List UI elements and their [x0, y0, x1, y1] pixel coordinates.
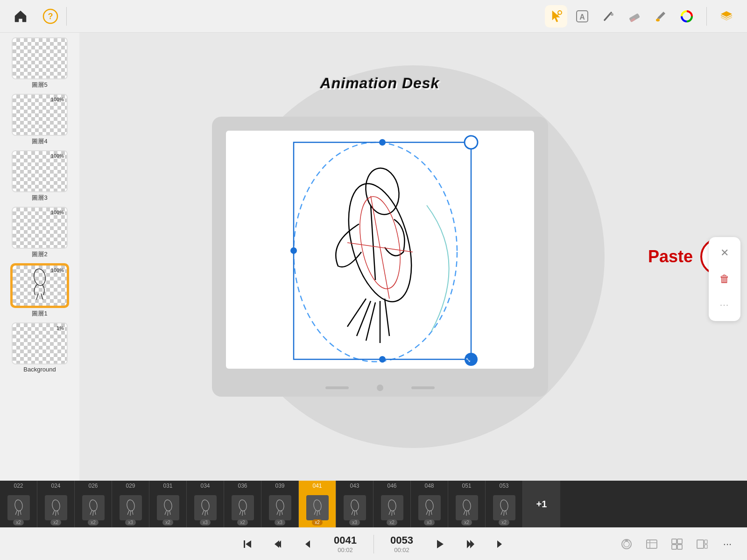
- color-tool-button[interactable]: [676, 5, 698, 28]
- timeline-frame-053[interactable]: 053 x2: [486, 481, 523, 527]
- toolbar-divider-2: [706, 7, 707, 26]
- timeline-frame-048[interactable]: 048 x3: [411, 481, 448, 527]
- frame-thumbnail: [306, 495, 329, 520]
- delete-button[interactable]: 🗑: [712, 267, 737, 291]
- layer-label-background: Background: [23, 366, 56, 373]
- frame-number: 051: [462, 483, 471, 489]
- layer-item-layer4[interactable]: 100%圖層4: [7, 94, 73, 146]
- svg-point-37: [126, 499, 135, 511]
- play-button[interactable]: [430, 534, 451, 554]
- skip-to-start-button[interactable]: [237, 534, 258, 554]
- grid-view-button[interactable]: [667, 534, 687, 554]
- more-options-button[interactable]: ···: [712, 293, 737, 317]
- layer-percent-layer4: 100%: [51, 97, 64, 102]
- timeline-frame-034[interactable]: 034 x3: [187, 481, 224, 527]
- timeline-frame-051[interactable]: 051 x2: [448, 481, 486, 527]
- frame-tag: x3: [424, 519, 435, 525]
- frame-thumbnail: [157, 495, 179, 520]
- right-float-toolbar: ✕ 🗑 ···: [709, 237, 740, 321]
- svg-point-7: [611, 13, 613, 16]
- layer-item-layer2[interactable]: 100%圖層2: [7, 207, 73, 259]
- frame-tag: x2: [387, 519, 397, 525]
- svg-marker-56: [497, 540, 502, 548]
- frame-tag: x3: [349, 519, 360, 525]
- storyboard-button[interactable]: [692, 534, 712, 554]
- frame-thumbnail: [344, 495, 366, 520]
- step-back-button[interactable]: [267, 534, 288, 554]
- svg-rect-69: [705, 545, 707, 548]
- counter-divider: [374, 535, 374, 553]
- svg-text:A: A: [579, 13, 585, 21]
- svg-rect-63: [672, 539, 677, 544]
- svg-rect-49: [244, 540, 245, 548]
- layer-item-background[interactable]: 1%Background: [7, 322, 73, 373]
- tablet-screen[interactable]: ⤡: [226, 131, 534, 369]
- timeline-frame-043[interactable]: 043 x3: [336, 481, 374, 527]
- svg-rect-60: [647, 540, 657, 548]
- timeline-frame-022[interactable]: 022 x2: [0, 481, 37, 527]
- select-tool-button[interactable]: [545, 5, 567, 28]
- add-frame-button[interactable]: +1: [523, 481, 560, 527]
- layer-item-layer5[interactable]: 圖層5: [7, 37, 73, 89]
- frame-number: 024: [51, 483, 60, 489]
- pen-tool-button[interactable]: [597, 5, 620, 28]
- help-button[interactable]: ?: [39, 5, 62, 28]
- svg-line-28: [347, 243, 413, 252]
- timeline-frame-024[interactable]: 024 x2: [37, 481, 75, 527]
- toolbar-right: A: [545, 5, 738, 28]
- home-button[interactable]: [9, 5, 32, 28]
- next-frame-button[interactable]: [490, 534, 510, 554]
- more-button[interactable]: ···: [717, 534, 738, 554]
- svg-point-58: [624, 541, 629, 547]
- layer-item-layer3[interactable]: 100%圖層3: [7, 150, 73, 202]
- svg-point-34: [14, 499, 23, 511]
- layer-label-layer1: 圖層1: [32, 309, 47, 318]
- layer-label-layer2: 圖層2: [32, 250, 47, 259]
- eraser-tool-button[interactable]: [623, 5, 646, 28]
- svg-rect-68: [705, 540, 707, 544]
- svg-rect-64: [677, 539, 682, 544]
- brush-tool-button[interactable]: [649, 5, 672, 28]
- indicator-center: [377, 385, 383, 391]
- layer-label-layer3: 圖層3: [32, 194, 47, 202]
- frame-tag: x2: [237, 519, 248, 525]
- frame-number: 026: [88, 483, 98, 489]
- frame-thumbnail: [45, 495, 67, 520]
- prev-frame-button[interactable]: [297, 534, 317, 554]
- layer-thumbnail-layer2: 100%: [12, 207, 68, 249]
- bottom-controls: 0041 00:02 0053 00:02: [0, 527, 747, 560]
- frame-tag: x3: [125, 519, 136, 525]
- play-loop-button[interactable]: [460, 534, 480, 554]
- frames-button[interactable]: [641, 534, 662, 554]
- close-button[interactable]: ✕: [712, 241, 737, 265]
- timeline-frame-039[interactable]: 039 x3: [261, 481, 299, 527]
- indicator-right: [411, 386, 435, 389]
- toolbar-left: ?: [9, 5, 62, 28]
- layers-panel: 圖層5100%圖層4100%圖層3100%圖層2100% 圖層11%Backgr…: [0, 33, 79, 481]
- timeline-frame-026[interactable]: 026 x2: [75, 481, 112, 527]
- timeline-frame-046[interactable]: 046 x2: [374, 481, 411, 527]
- frame-number: 034: [200, 483, 210, 489]
- layer-percent-layer1: 100%: [51, 267, 64, 273]
- onion-skin-button[interactable]: [616, 534, 637, 554]
- frame-tag: x2: [162, 519, 173, 525]
- frame-number: 043: [350, 483, 359, 489]
- layers-tool-button[interactable]: [715, 5, 738, 28]
- svg-point-43: [350, 499, 359, 511]
- svg-point-21: [465, 136, 478, 149]
- svg-point-45: [425, 499, 434, 511]
- svg-marker-53: [437, 540, 444, 548]
- svg-rect-66: [677, 545, 682, 549]
- frame-thumbnail: [7, 495, 30, 520]
- timeline-frame-036[interactable]: 036 x2: [224, 481, 261, 527]
- frame-number: 039: [275, 483, 284, 489]
- layer-label-layer5: 圖層5: [32, 81, 47, 89]
- layer-thumbnail-layer1: 100%: [12, 265, 68, 307]
- timeline-frame-041[interactable]: 041 x2: [299, 481, 336, 527]
- frame-number: 031: [163, 483, 172, 489]
- timeline-frame-031[interactable]: 031 x2: [149, 481, 187, 527]
- timeline-frame-029[interactable]: 029 x3: [112, 481, 149, 527]
- layer-item-layer1[interactable]: 100% 圖層1: [7, 263, 73, 318]
- timeline: 022 x2024 x2026 x2029: [0, 481, 747, 527]
- text-tool-button[interactable]: A: [571, 5, 593, 28]
